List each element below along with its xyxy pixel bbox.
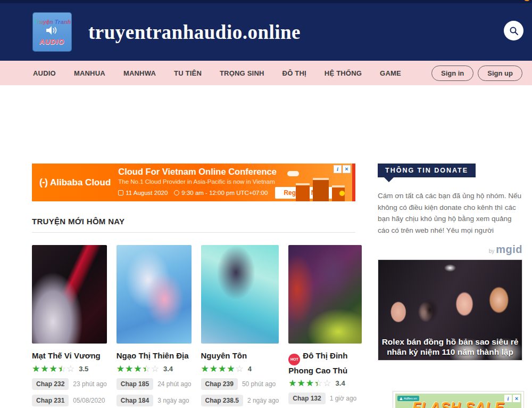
nav-item-do-thi[interactable]: ĐÔ THỊ xyxy=(282,69,306,77)
main-column: (-) Alibaba Cloud Cloud For Vietnam Onli… xyxy=(32,164,355,408)
search-button[interactable] xyxy=(504,21,523,40)
ad-headline: Cloud For Vietnam Online Conference xyxy=(118,166,343,177)
comic-grid: Mạt Thế Vi Vương ☆★☆★☆★☆★☆★ 3.5 Chap 232… xyxy=(32,245,355,408)
page-content: (-) Alibaba Cloud Cloud For Vietnam Onli… xyxy=(0,85,532,408)
chapter-link[interactable]: Chap 185 xyxy=(117,378,153,390)
register-now-button[interactable]: Register Now xyxy=(275,187,333,199)
comic-cover[interactable] xyxy=(288,245,361,344)
main-nav: AUDIO MANHUA MANHWA TU TIÊN TRỌNG SINH Đ… xyxy=(0,61,532,85)
star-icon: ☆★ xyxy=(201,364,209,373)
clock-icon xyxy=(174,190,179,195)
nav-item-manhwa[interactable]: MANHWA xyxy=(123,69,156,77)
chapter-link[interactable]: Chap 184 xyxy=(117,395,153,406)
rating-value: 4 xyxy=(248,365,252,373)
nav-item-trong-sinh[interactable]: TRỌNG SINH xyxy=(220,69,264,77)
hot-badge: HOT xyxy=(288,354,300,365)
ad-detail-row: 11 August 2020 9:30 am - 12:00 pm UTC+07… xyxy=(118,187,343,199)
comic-title[interactable]: Mạt Thế Vi Vương xyxy=(32,350,107,361)
rating-value: 3.5 xyxy=(79,365,88,373)
star-icon: ☆★ xyxy=(297,379,305,388)
mgid-by-label: by xyxy=(489,248,495,254)
native-ad[interactable]: Rolex bán đồng hồ bản sao siêu rẻ nhân k… xyxy=(378,259,522,361)
logo-text-top: Truyện Tranh xyxy=(34,19,71,25)
alibaba-brand-label: Alibaba Cloud xyxy=(50,177,111,188)
nav-item-game[interactable]: GAME xyxy=(380,69,401,77)
logo-text-audio: AUDIO xyxy=(40,38,65,46)
star-icon: ☆★ xyxy=(40,364,48,373)
comic-title[interactable]: Nguyên Tôn xyxy=(201,350,279,361)
site-header: Truyện Tranh AUDIO truyentranhaudio.onli… xyxy=(0,0,532,61)
site-title[interactable]: truyentranhaudio.online xyxy=(88,21,301,44)
flash-sale-ad[interactable]: Adflex.vn FLASH SALE XEM NGAY i × xyxy=(393,391,524,408)
donate-heading: THÔNG TIN DONATE xyxy=(378,164,476,177)
nav-item-tu-tien[interactable]: TU TIÊN xyxy=(174,69,202,77)
ad-date: 11 August 2020 xyxy=(126,189,168,197)
comic-cover[interactable] xyxy=(201,245,279,344)
star-rating: ☆★☆★☆★☆★☆★ xyxy=(288,379,331,388)
comic-title[interactable]: Ngạo Thị Thiên Địa xyxy=(117,350,192,361)
mgid-logo: mgid xyxy=(496,243,522,255)
chapter-link[interactable]: Chap 231 xyxy=(32,395,69,406)
ad-network-label: Adflex.vn xyxy=(404,397,417,400)
alibaba-logo-mark: (-) xyxy=(39,177,47,188)
sidebar: THÔNG TIN DONATE Cám ơn tất cả các bạn đ… xyxy=(378,164,522,408)
star-icon: ☆★ xyxy=(210,364,218,373)
star-icon: ☆★ xyxy=(288,379,296,388)
chapter-link[interactable]: Chap 239 xyxy=(201,378,238,390)
comic-cover[interactable] xyxy=(117,245,192,344)
star-rating: ☆★☆★☆★☆★☆★ xyxy=(201,364,244,373)
native-ad-caption[interactable]: Rolex bán đồng hồ bản sao siêu rẻ nhân k… xyxy=(378,337,522,357)
star-icon: ☆★ xyxy=(134,364,142,373)
alibaba-logo: (-) Alibaba Cloud xyxy=(39,177,111,188)
nav-item-audio[interactable]: AUDIO xyxy=(33,69,56,77)
calendar-icon xyxy=(118,190,123,195)
star-icon: ☆★ xyxy=(306,379,314,388)
comic-title[interactable]: HOTĐô Thị Đỉnh Phong Cao Thủ xyxy=(288,350,361,376)
chapter-row: Chap 231 05/08/2020 xyxy=(32,395,107,406)
star-rating: ☆★☆★☆★☆★☆★ xyxy=(32,364,75,373)
chapter-row: Chap 132 1 giờ ago xyxy=(288,393,361,404)
chapter-time: 23 phút ago xyxy=(73,380,106,388)
star-icon: ☆★ xyxy=(236,364,244,373)
ad-text-block: Cloud For Vietnam Online Conference The … xyxy=(118,166,343,199)
ad-network-icon xyxy=(400,397,403,400)
chapter-time: 05/08/2020 xyxy=(73,397,105,404)
chapter-row: Chap 232 23 phút ago xyxy=(32,378,107,390)
ad-info-icon[interactable]: i xyxy=(334,165,342,173)
star-icon: ☆★ xyxy=(58,364,66,373)
sign-in-button[interactable]: Sign in xyxy=(431,66,473,81)
star-icon: ☆★ xyxy=(323,379,331,388)
comic-card: HOTĐô Thị Đỉnh Phong Cao Thủ ☆★☆★☆★☆★☆★ … xyxy=(288,245,361,408)
flash-sale-ad-body: Adflex.vn FLASH SALE XEM NGAY i × xyxy=(395,394,521,408)
chapter-row: Chap 185 24 phút ago xyxy=(117,378,192,390)
comic-cover[interactable] xyxy=(32,245,107,344)
chapter-time: 1 giờ ago xyxy=(330,395,357,402)
ad-close-icon[interactable]: × xyxy=(513,395,520,402)
sign-up-button[interactable]: Sign up xyxy=(478,66,522,81)
ad-close-icon[interactable]: × xyxy=(343,165,351,173)
nav-item-manhua[interactable]: MANHUA xyxy=(74,69,105,77)
chapter-time: 24 phút ago xyxy=(157,380,191,388)
search-icon xyxy=(509,26,519,36)
star-icon: ☆★ xyxy=(49,364,57,373)
comic-card: Mạt Thế Vi Vương ☆★☆★☆★☆★☆★ 3.5 Chap 232… xyxy=(32,245,107,408)
alibaba-ad-banner[interactable]: (-) Alibaba Cloud Cloud For Vietnam Onli… xyxy=(32,164,355,201)
section-title: TRUYỆN MỚI HÔM NAY xyxy=(32,217,355,226)
ad-time: 9:30 am - 12:00 pm UTC+07:00 xyxy=(181,189,268,197)
chapter-time: 3 ngày ago xyxy=(157,397,189,404)
chapter-link[interactable]: Chap 238.5 xyxy=(201,395,243,406)
star-rating: ☆★☆★☆★☆★☆★ xyxy=(117,364,160,373)
ad-choice-icons: i × xyxy=(332,165,351,173)
chapter-link[interactable]: Chap 132 xyxy=(288,393,325,404)
star-icon: ☆★ xyxy=(66,364,74,373)
ad-info-icon[interactable]: i xyxy=(504,395,512,402)
nav-item-he-thong[interactable]: HỆ THỐNG xyxy=(325,69,362,77)
chapter-row: Chap 239 50 phút ago xyxy=(201,378,279,390)
mgid-attribution[interactable]: bymgid xyxy=(378,243,522,256)
ad-choice-icons: i × xyxy=(503,395,520,402)
site-logo[interactable]: Truyện Tranh AUDIO xyxy=(33,13,71,51)
chapter-link[interactable]: Chap 232 xyxy=(32,378,69,390)
location-pin-icon xyxy=(337,190,344,197)
ad-subline: The No.1 Cloud Provider in Asia-Pacific … xyxy=(118,178,343,185)
star-icon: ☆★ xyxy=(143,364,151,373)
